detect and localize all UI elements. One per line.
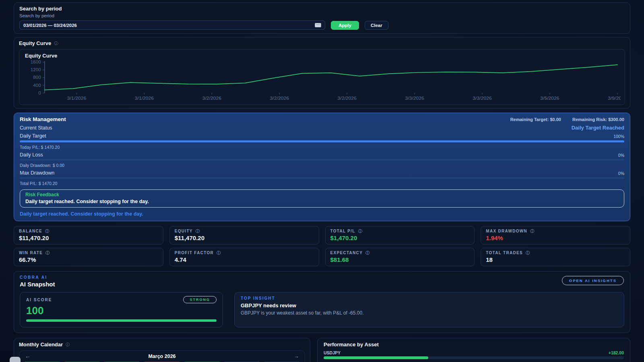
stat-card: BALANCEⓘ$11,470.20 (14, 226, 163, 245)
stat-label-text: BALANCE (19, 229, 42, 233)
stat-card-value: 4.74 (175, 256, 314, 263)
ai-score-bar (26, 319, 217, 322)
y-axis-tick-label: 0 (38, 90, 41, 95)
dashboard-page: Search by period Search by period 03/01/… (0, 0, 644, 362)
ai-score-bar-track (26, 319, 217, 322)
risk-title: Risk Management (20, 116, 66, 122)
ai-snapshot-title: AI Snapshot (20, 281, 624, 288)
max-drawdown-label: Max Drawdown (20, 170, 54, 176)
equity-line-chart: 0400800120016003/1/20263/1/20263/2/20263… (23, 59, 621, 104)
stat-label-text: TOTAL TRADES (486, 251, 523, 255)
risk-feedback-text: Daily target reached. Consider stopping … (25, 199, 619, 204)
stat-card: WIN RATEⓘ66.7% (14, 248, 163, 266)
daily-target-progressbar (20, 140, 624, 142)
stat-card-value: 66.7% (19, 256, 158, 263)
daily-target-label: Daily Target (20, 133, 46, 139)
calendar-section-header: Monthly Calendar ⓘ (19, 341, 305, 348)
stat-card: TOTAL P/Lⓘ$1,470.20 (325, 226, 475, 245)
total-pl: Total P/L: $ 1470.20 (20, 181, 624, 186)
calendar-card: ← Março 2026 → 1234567891011121314151617… (19, 350, 305, 362)
remaining-target: Remaining Target: $0.00 (510, 117, 561, 122)
calendar-month-label: Março 2026 (148, 354, 175, 359)
top-insight-card: TOP INSIGHT GBPJPY needs review GBPJPY i… (234, 292, 624, 327)
stat-card: MAX DRAWDOWNⓘ1.94% (481, 226, 630, 245)
calendar-icon[interactable] (315, 23, 321, 27)
equity-chart-title: Equity Curve (25, 53, 621, 59)
asset-symbol: USDJPY (324, 350, 341, 355)
daily-target-percent: 100% (613, 134, 624, 139)
top-insight-label: TOP INSIGHT (241, 296, 618, 300)
stat-label-text: MAX DRAWDOWN (486, 229, 527, 233)
top-insight-title: GBPJPY needs review (241, 302, 618, 309)
x-axis-tick-label: 3/2/2026 (202, 96, 221, 101)
daily-loss-progressbar (20, 159, 624, 160)
daily-loss-percent: 0% (618, 153, 624, 158)
info-icon[interactable]: ⓘ (530, 229, 535, 233)
y-axis-tick-label: 400 (33, 83, 41, 87)
daily-target-row: Daily Target 100% (20, 133, 624, 139)
stat-label-text: PROFIT FACTOR (175, 251, 214, 255)
calendar-nav: ← Março 2026 → (23, 353, 301, 359)
daily-loss-label: Daily Loss (20, 152, 43, 158)
remaining-risk: Remaining Risk: $300.00 (572, 117, 624, 122)
ai-score-label: AI SCORE (26, 298, 52, 302)
max-drawdown-percent: 0% (618, 171, 624, 176)
ai-score-badge: STRONG (183, 296, 217, 303)
info-icon[interactable]: ⓘ (365, 251, 370, 255)
clear-button[interactable]: Clear (365, 21, 388, 30)
cobra-ai-brand: COBRA AI (20, 275, 624, 280)
stat-card-value: 1.94% (486, 234, 625, 241)
stat-card: PROFIT FACTORⓘ4.74 (169, 248, 319, 266)
stat-card-value: $81.68 (330, 256, 470, 263)
calendar-next-icon[interactable]: → (294, 353, 299, 359)
performance-rows: USDJPY+182.00AUDUSD+125.00USDCAD+124.80G… (324, 350, 624, 362)
y-axis-tick-label: 1200 (31, 68, 41, 72)
search-period-section: Search by period Search by period 03/01/… (14, 2, 630, 34)
stat-card-label: WIN RATEⓘ (19, 251, 158, 255)
x-axis-tick-label: 3/3/2026 (405, 96, 424, 101)
info-icon[interactable]: ⓘ (196, 229, 200, 233)
risk-header: Risk Management Remaining Target: $0.00 … (20, 116, 624, 122)
stat-card-value: $11,470.20 (175, 234, 314, 241)
performance-title: Performance by Asset (324, 341, 624, 348)
stat-card-value: $1,470.20 (330, 234, 470, 241)
equity-curve-section: Equity Curve ⓘ Equity Curve 040080012001… (14, 37, 630, 109)
stat-card: EXPECTANCYⓘ$81.68 (325, 248, 475, 266)
today-pl: Today P/L: $ 1470.20 (20, 145, 624, 150)
stat-card: TOTAL TRADESⓘ18 (481, 248, 630, 266)
y-axis-tick-label: 1600 (31, 60, 41, 64)
info-icon[interactable]: ⓘ (54, 41, 58, 45)
stat-label-text: TOTAL P/L (330, 229, 355, 233)
daily-loss-row: Daily Loss 0% (20, 152, 624, 158)
stat-card-label: EXPECTANCYⓘ (330, 251, 470, 255)
search-section-title: Search by period (19, 6, 625, 12)
stat-card-value: $11,470.20 (19, 234, 158, 241)
performance-by-asset-section: Performance by Asset USDJPY+182.00AUDUSD… (317, 338, 630, 362)
stats-cards-grid: BALANCEⓘ$11,470.20EQUITYⓘ$11,470.20TOTAL… (14, 226, 630, 266)
date-range-input[interactable]: 03/01/2026 — 03/24/2026 (19, 21, 325, 30)
stat-label-text: WIN RATE (19, 251, 43, 255)
x-axis-tick-label: 3/5/2026 (540, 96, 559, 101)
current-status-label: Current Status (20, 125, 52, 131)
monthly-calendar-section: Monthly Calendar ⓘ ← Março 2026 → 123456… (14, 338, 310, 362)
calendar-prev-icon[interactable]: ← (25, 353, 30, 359)
open-ai-insights-button[interactable]: OPEN AI INSIGHTS (562, 276, 624, 285)
daily-drawdown: Daily Drawdown: $ 0.00 (20, 163, 624, 168)
info-icon[interactable]: ⓘ (217, 251, 221, 255)
info-icon[interactable]: ⓘ (45, 229, 50, 233)
ai-score-value: 100 (26, 305, 217, 316)
info-icon[interactable]: ⓘ (66, 343, 70, 347)
stat-card-value: 18 (486, 256, 625, 263)
info-icon[interactable]: ⓘ (358, 229, 363, 233)
stat-card-label: PROFIT FACTORⓘ (175, 251, 314, 255)
info-icon[interactable]: ⓘ (45, 251, 50, 255)
x-axis-tick-label: 3/3/2026 (473, 96, 491, 101)
max-drawdown-row: Max Drawdown 0% (20, 170, 624, 176)
bottom-row: Monthly Calendar ⓘ ← Março 2026 → 123456… (14, 338, 630, 362)
stat-card-label: TOTAL TRADESⓘ (486, 251, 625, 255)
ai-score-card: AI SCORE STRONG 100 (20, 292, 223, 327)
info-icon[interactable]: ⓘ (526, 251, 530, 255)
asset-performance-row: USDJPY+182.00 (324, 350, 624, 359)
apply-button[interactable]: Apply (331, 21, 359, 30)
stat-card-label: EQUITYⓘ (175, 229, 314, 233)
